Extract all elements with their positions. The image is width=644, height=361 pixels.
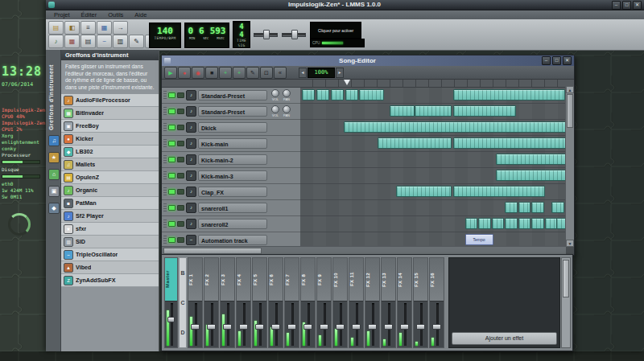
plugin-item[interactable]: ♪Organic [61, 184, 159, 197]
mute-led[interactable] [168, 237, 175, 243]
scroll-down-arrow[interactable]: ▼ [566, 240, 574, 247]
fader-handle[interactable] [239, 324, 248, 330]
computer-tab[interactable]: ◆ [48, 203, 60, 214]
track-name[interactable]: Dkick [198, 122, 267, 133]
mixer-scrollbar[interactable] [561, 257, 571, 348]
track-name[interactable]: snareroll2 [198, 219, 267, 229]
track-timeline[interactable] [300, 152, 566, 168]
solo-led[interactable] [177, 173, 184, 178]
plugin-item[interactable]: ▣FreeBoy [61, 120, 159, 133]
plugin-item[interactable]: ♪Sf2 Player [61, 210, 159, 223]
scrollbar-thumb[interactable] [163, 248, 262, 254]
mixer-channel[interactable]: FX 14 [397, 257, 412, 348]
slider-handle[interactable] [263, 30, 270, 39]
mixer-channel[interactable]: FX 7 [284, 257, 299, 348]
piano-roll-toggle[interactable]: ▤ [80, 35, 96, 48]
fader-handle[interactable] [303, 324, 312, 330]
track-name[interactable]: Clap_FX [198, 187, 267, 197]
knob-dial[interactable] [271, 89, 279, 97]
scrollbar-thumb[interactable] [567, 94, 573, 128]
minimize-button[interactable]: – [612, 1, 621, 10]
pan-knob[interactable]: PAN [283, 89, 291, 101]
mixer-channel[interactable]: FX 10 [332, 257, 348, 348]
fader-handle[interactable] [207, 324, 216, 330]
track-name[interactable]: Kick-main [198, 138, 267, 149]
track-name[interactable]: Kick-main-3 [198, 170, 267, 181]
root-tab[interactable]: ▣ [48, 186, 60, 197]
mixer-channel[interactable]: FX 15 [413, 257, 428, 348]
mixer-channel[interactable]: FX 12 [365, 257, 380, 348]
pattern-segment[interactable] [453, 137, 567, 149]
save-project-button[interactable]: ▦ [97, 21, 112, 35]
plugin-item[interactable]: ZZynAddSubFX [61, 274, 159, 287]
song-editor-titlebar[interactable]: Song-Editor –□✕ [162, 55, 574, 66]
mute-led[interactable] [168, 205, 175, 211]
mixer-channel[interactable]: FX 1 [188, 257, 203, 348]
track-name[interactable]: Kick-main-2 [198, 154, 267, 165]
solo-led[interactable] [177, 125, 184, 130]
record-play-button[interactable]: ◉ [192, 67, 204, 79]
record-button[interactable]: ● [178, 67, 191, 79]
vol-knob[interactable]: VOL [271, 105, 279, 117]
track-grip[interactable] [163, 236, 167, 245]
pattern-segment[interactable] [331, 89, 344, 101]
automation-editor-toggle[interactable]: ~ [97, 35, 112, 48]
pattern-segment[interactable] [378, 137, 452, 149]
titlebar[interactable]: Impulslogik-Zen* - LMMS 1.0.0 –□✕ [46, 0, 644, 10]
plugin-item[interactable]: ▲Vibed [61, 261, 159, 274]
vol-knob[interactable]: VOL [271, 89, 279, 101]
maximize-button[interactable]: □ [622, 1, 631, 10]
solo-led[interactable] [177, 205, 184, 211]
fader-handle[interactable] [167, 317, 175, 322]
pattern-segment[interactable] [345, 89, 358, 101]
close-button[interactable]: ✕ [633, 1, 642, 10]
pattern-segment[interactable] [492, 218, 505, 229]
pattern-segment[interactable] [390, 105, 415, 117]
master-pitch-slider[interactable] [282, 30, 306, 38]
pattern-segment[interactable] [302, 89, 315, 101]
mixer-channel[interactable]: FX 6 [268, 257, 283, 348]
track-name[interactable]: Standard-Preset [198, 90, 267, 101]
visualization-display[interactable]: Cliquez pour activer [310, 22, 361, 39]
scroll-up-arrow[interactable]: ▲ [566, 86, 574, 93]
add-sample-track-button[interactable]: + [233, 67, 246, 79]
track-grip[interactable] [163, 107, 167, 117]
solo-led[interactable] [177, 221, 184, 227]
solo-led[interactable] [177, 157, 184, 162]
plugin-item[interactable]: ◆LB302 [61, 146, 159, 158]
zoom-level[interactable]: 100% [308, 68, 335, 78]
knob-dial[interactable] [283, 105, 291, 113]
open-project-button[interactable]: ◧ [64, 21, 80, 35]
mixer-channel[interactable]: Master [164, 257, 178, 348]
track-grip[interactable] [163, 203, 167, 213]
pattern-segment[interactable] [518, 202, 531, 213]
knob-dial[interactable] [271, 105, 279, 113]
fx-mixer-toggle[interactable]: ▥ [113, 35, 128, 48]
plugin-item[interactable]: ▥SID [61, 236, 159, 248]
playhead-marker[interactable] [344, 80, 350, 85]
mute-led[interactable] [168, 189, 175, 195]
zoom-in-arrow[interactable]: ▸ [336, 68, 344, 78]
plugin-item[interactable]: ♫Mallets [61, 158, 159, 171]
plugin-item[interactable]: ▤OpulenZ [61, 171, 159, 184]
zoom-out-arrow[interactable]: ◂ [299, 68, 307, 78]
track-grip[interactable] [163, 171, 167, 181]
master-volume-slider[interactable] [254, 30, 278, 38]
fader-handle[interactable] [416, 324, 425, 330]
mixer-channel[interactable]: FX 8 [300, 257, 316, 348]
mute-led[interactable] [168, 141, 175, 146]
track-name[interactable]: snareroll1 [198, 203, 267, 213]
plugin-item[interactable]: ●Kicker [61, 133, 159, 146]
pattern-segment[interactable] [344, 121, 566, 133]
add-effect-button[interactable]: Ajouter un effet [452, 332, 557, 345]
minimize-button[interactable]: – [542, 56, 551, 65]
song-editor-vertical-scrollbar[interactable]: ▲ ▼ [565, 86, 574, 247]
fader-handle[interactable] [287, 324, 296, 330]
bb-editor-toggle[interactable]: ▦ [64, 35, 80, 48]
draw-mode-button[interactable]: ✎ [246, 67, 259, 79]
pattern-segment[interactable] [505, 218, 518, 229]
mixer-channel[interactable]: FX 9 [316, 257, 332, 348]
pattern-segment[interactable] [396, 186, 452, 197]
export-project-button[interactable]: → [113, 21, 128, 35]
track-grip[interactable] [163, 219, 167, 229]
